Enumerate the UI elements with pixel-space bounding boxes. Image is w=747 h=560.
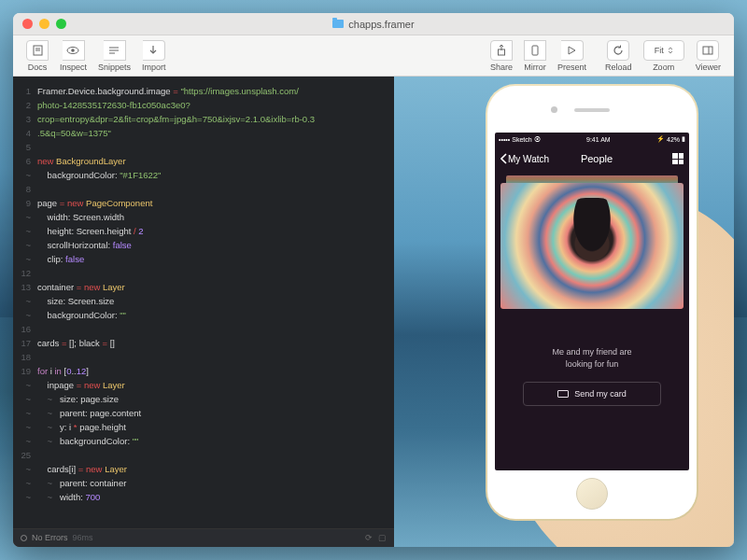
status-icon-2[interactable]: ▢ [378, 531, 387, 545]
mirror-icon [524, 40, 546, 61]
viewer-icon [697, 40, 719, 61]
docs-button[interactable]: Docs [21, 40, 54, 72]
traffic-lights [13, 19, 66, 29]
toolbar: Docs Inspect Snippets Import Share [13, 35, 734, 77]
wifi-icon: ⦿ [534, 136, 541, 143]
zoom-icon[interactable] [56, 19, 66, 29]
svg-point-4 [71, 49, 75, 52]
toolbar-left-group: Docs Inspect Snippets Import [21, 40, 172, 72]
inspect-icon [63, 40, 85, 61]
titlebar: chapps.framer [13, 13, 734, 35]
snippets-button[interactable]: Snippets [92, 40, 136, 72]
phone-time: 9:41 AM [586, 136, 611, 143]
chevron-left-icon [500, 153, 508, 164]
present-icon [561, 40, 584, 61]
share-button[interactable]: Share [485, 40, 518, 72]
inspect-button[interactable]: Inspect [54, 40, 92, 72]
import-icon [143, 40, 165, 61]
carrier-label: Sketch [512, 136, 531, 143]
reload-button[interactable]: Reload [599, 40, 638, 72]
phone-device: ••••• Sketch ⦿ 9:41 AM ⚡ 42% ▮ [486, 84, 698, 521]
line-gutter: 123456~89~~~~1213~~16171819~~~~~25~~~ [13, 84, 37, 504]
reload-icon [607, 40, 629, 61]
phone-status-bar: ••••• Sketch ⦿ 9:41 AM ⚡ 42% ▮ [495, 133, 689, 146]
window-title: chapps.framer [13, 19, 734, 30]
status-icon-1[interactable]: ⟳ [365, 531, 373, 545]
home-button[interactable] [576, 478, 608, 510]
svg-rect-11 [532, 46, 538, 55]
viewer-button[interactable]: Viewer [690, 40, 726, 72]
folder-icon [332, 20, 344, 28]
nav-title: People [525, 153, 669, 164]
present-button[interactable]: Present [552, 40, 592, 72]
phone-camera [551, 106, 557, 113]
preview-pane: ••••• Sketch ⦿ 9:41 AM ⚡ 42% ▮ [394, 77, 734, 547]
code-lines[interactable]: Framer.Device.background.image = "https:… [37, 84, 394, 504]
filename: chapps.framer [348, 19, 414, 30]
card-icon [557, 390, 569, 398]
code-editor[interactable]: 123456~89~~~~1213~~16171819~~~~~25~~~ Fr… [13, 77, 394, 547]
status-dot-icon [21, 535, 27, 541]
phone-screen[interactable]: ••••• Sketch ⦿ 9:41 AM ⚡ 42% ▮ [495, 133, 689, 470]
status-bar: No Errors 96ms ⟳ ▢ [13, 528, 394, 547]
mirror-button[interactable]: Mirror [518, 40, 552, 72]
status-text: No Errors [32, 531, 68, 545]
card-stack [506, 175, 678, 183]
zoom-select[interactable]: Fit Zoom [638, 40, 690, 72]
share-icon [490, 40, 513, 61]
zoom-dropdown[interactable]: Fit [643, 40, 684, 61]
docs-icon [26, 40, 49, 61]
phone-speaker [574, 108, 610, 112]
battery-label: 42% [667, 136, 680, 143]
import-button[interactable]: Import [136, 40, 172, 72]
card-caption: Me and my friend are looking for fun [495, 346, 689, 371]
toolbar-share-group: Share Mirror Present [485, 40, 592, 72]
grid-icon[interactable] [672, 153, 684, 164]
status-time: 96ms [73, 531, 93, 545]
battery-icon: ▮ [682, 135, 685, 143]
content-area: 123456~89~~~~1213~~16171819~~~~~25~~~ Fr… [13, 77, 734, 547]
signal-icon: ••••• [499, 136, 510, 143]
app-window: chapps.framer Docs Inspect Snippets Impo… [13, 13, 734, 547]
send-card-button[interactable]: Send my card [523, 382, 661, 406]
close-icon[interactable] [22, 19, 33, 29]
card-area [495, 172, 689, 313]
card-image[interactable] [500, 183, 684, 309]
svg-marker-12 [569, 47, 575, 54]
svg-rect-13 [703, 47, 712, 54]
minimize-icon[interactable] [39, 19, 49, 29]
phone-nav: My Watch People [495, 146, 689, 172]
chevron-updown-icon [668, 47, 673, 54]
snippets-icon [104, 40, 126, 61]
